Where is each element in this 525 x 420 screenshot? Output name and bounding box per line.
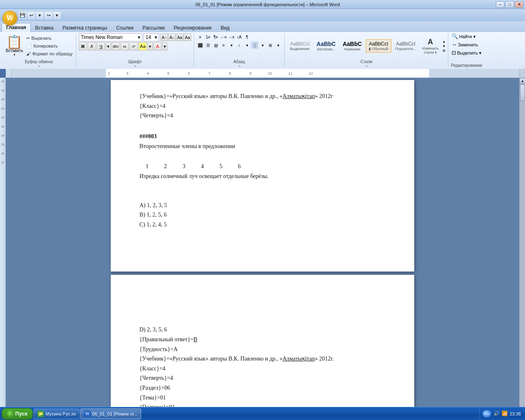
italic-button[interactable]: К [88, 42, 96, 50]
volume-icon[interactable]: 🔊 [493, 411, 500, 417]
line-spacing-dropdown[interactable]: ▾ [243, 41, 251, 49]
scroll-up-button[interactable]: ▲ [520, 78, 525, 84]
spacer-3 [139, 182, 392, 190]
tab-references[interactable]: Ссылки [112, 23, 138, 32]
window-controls: – □ ✕ [496, 1, 523, 8]
styles-expand[interactable]: ⊞ [443, 49, 446, 52]
word-numbers-row: 1 2 3 4 5 6 [146, 162, 392, 171]
format-painter-button[interactable]: 🖌 Формат по образцу [25, 51, 73, 57]
underline-dropdown[interactable]: ▾ [106, 42, 111, 50]
font-color2-dropdown[interactable]: ▾ [162, 42, 167, 50]
num-4: 4 [201, 162, 204, 171]
shading-button[interactable]: ░ [251, 41, 258, 49]
increase-indent-button[interactable]: →≡ [228, 33, 235, 41]
tab-review[interactable]: Рецензирование [169, 23, 216, 32]
justify-button[interactable]: ≡ [220, 41, 227, 49]
vertical-scrollbar[interactable]: ▲ ▼ [519, 78, 525, 412]
language-globe-icon[interactable]: RU [482, 410, 491, 418]
minimize-button[interactable]: – [496, 1, 504, 8]
subscript-button[interactable]: x₂ [121, 42, 129, 50]
underline-button[interactable]: Ч [97, 42, 105, 50]
change-case-button[interactable]: Aa [184, 34, 191, 41]
line-spacing-button[interactable]: ↕ [235, 41, 243, 49]
para-row1: ≡ 1≡ ¶≡ ←≡ →≡ ↕A ¶ [196, 33, 251, 41]
tab-view[interactable]: Вид [216, 23, 234, 32]
style-item-normal[interactable]: AaBbCcI ▮ Обычный [366, 39, 391, 52]
font-label: Шрифт [128, 59, 142, 64]
multilevel-button[interactable]: ¶≡ [212, 33, 219, 41]
taskbar-icon-musina: 📁 [37, 411, 44, 417]
title-bar: 06_01_01 [Режим ограниченной функциональ… [0, 0, 525, 9]
taskbar-musina[interactable]: 📁 Мусина Рус.яз [34, 409, 80, 419]
strikethrough-button[interactable]: abc [112, 42, 120, 50]
tab-layout[interactable]: Разметка страницы [58, 23, 112, 32]
decrease-font-button[interactable]: A↓ [168, 34, 176, 41]
styles-expand-btn[interactable]: ↘ [365, 64, 368, 68]
style-item-highlight[interactable]: AaBbCcI Выделение [287, 39, 313, 52]
borders-button[interactable]: ⊞ [267, 41, 274, 49]
text-highlight-button[interactable]: Аа [139, 42, 147, 50]
bold-button[interactable]: Ж [79, 42, 87, 50]
align-left-button[interactable]: ⬛ [196, 41, 204, 49]
start-button[interactable]: Пуск [2, 408, 33, 420]
num-1: 1 [146, 162, 148, 171]
clipboard-expand[interactable]: ↘ [37, 64, 40, 68]
select-button[interactable]: ⊡ Выделить ▾ [452, 50, 482, 56]
paragraph-expand[interactable]: ↘ [238, 64, 241, 68]
tab-mailings[interactable]: Рассылки [138, 23, 169, 32]
undo-button[interactable]: ↩ [27, 11, 35, 19]
document-area[interactable]: {Учебник}=«Русский язык» авторы В.К. Пав… [6, 78, 519, 412]
bullets-button[interactable]: ≡ [196, 33, 204, 41]
clear-format-button[interactable]: Aa [176, 34, 183, 41]
styles-up[interactable]: ▲ [443, 40, 446, 43]
undo-dropdown[interactable]: ▾ [36, 11, 43, 19]
style-item-heading[interactable]: AaBbC Заголово... [314, 39, 339, 53]
copy-button[interactable]: 📄 Копировать [25, 43, 73, 49]
font-expand[interactable]: ↘ [134, 64, 137, 68]
maximize-button[interactable]: □ [505, 1, 514, 8]
font-color-button[interactable]: А [153, 42, 162, 50]
replace-button[interactable]: ↔ Заменить [452, 41, 478, 48]
cut-button[interactable]: ✂ Вырезать [25, 35, 73, 41]
close-button[interactable]: ✕ [515, 1, 523, 8]
align-center-button[interactable]: ☰ [204, 41, 212, 49]
system-tray: RU 🔊 📶 23:36 [479, 409, 523, 419]
spacer-p2-2 [139, 297, 392, 305]
paste-button[interactable]: 📋 Вставить ▾ [4, 34, 25, 57]
borders-dropdown[interactable]: ▾ [274, 41, 282, 49]
qa-dropdown[interactable]: ▾ [53, 11, 61, 19]
style-item-subtitle[interactable]: AaBbCcI Подзаголо... [393, 39, 419, 52]
scroll-thumb[interactable] [520, 84, 525, 101]
superscript-button[interactable]: x² [130, 42, 138, 50]
change-styles-button[interactable]: A Изменитьстили ▾ [420, 37, 441, 56]
font-name-selector[interactable]: Times New Roman ▾ [79, 33, 142, 41]
save-button[interactable]: 💾 [19, 11, 26, 19]
style-item-title[interactable]: AaBbC Название [340, 39, 365, 53]
align-right-button[interactable]: ▤ [212, 41, 219, 49]
tab-insert[interactable]: Вставка [31, 23, 58, 32]
scroll-track[interactable] [520, 84, 525, 406]
page-2: D) 2, 3, 5, 6 {Правильный ответ}=В {Труд… [111, 275, 414, 412]
taskbar-word[interactable]: W 06_01_01 [Режим ог... [80, 409, 141, 419]
styles-label: Стили [361, 59, 372, 64]
font-size-selector[interactable]: 14 ▾ [144, 33, 159, 41]
show-marks-button[interactable]: ¶ [243, 33, 251, 41]
justify-dropdown[interactable]: ▾ [228, 41, 235, 49]
shading-dropdown[interactable]: ▾ [259, 41, 266, 49]
clock[interactable]: 23:36 [509, 411, 521, 416]
spacer-5 [139, 230, 392, 238]
network-icon[interactable]: 📶 [501, 411, 508, 417]
sort-button[interactable]: ↕A [235, 33, 243, 41]
decrease-indent-button[interactable]: ←≡ [220, 33, 227, 41]
find-button[interactable]: 🔍 Найти ▾ [452, 33, 475, 40]
increase-font-button[interactable]: A↑ [160, 34, 168, 41]
taskbar-word-label: 06_01_01 [Режим ог... [92, 411, 137, 416]
numbering-button[interactable]: 1≡ [204, 33, 212, 41]
font-color-dropdown[interactable]: ▾ [148, 42, 153, 50]
office-button[interactable]: W [2, 11, 17, 25]
font-row1: Times New Roman ▾ 14 ▾ A↑ A↓ Aa Aa [79, 33, 191, 41]
editing-group: 🔍 Найти ▾ ↔ Заменить ⊡ Выделить ▾ Редакт… [448, 33, 484, 68]
start-orb [7, 411, 14, 417]
redo-button[interactable]: ↪ [45, 11, 52, 19]
styles-down[interactable]: ▼ [443, 44, 446, 48]
